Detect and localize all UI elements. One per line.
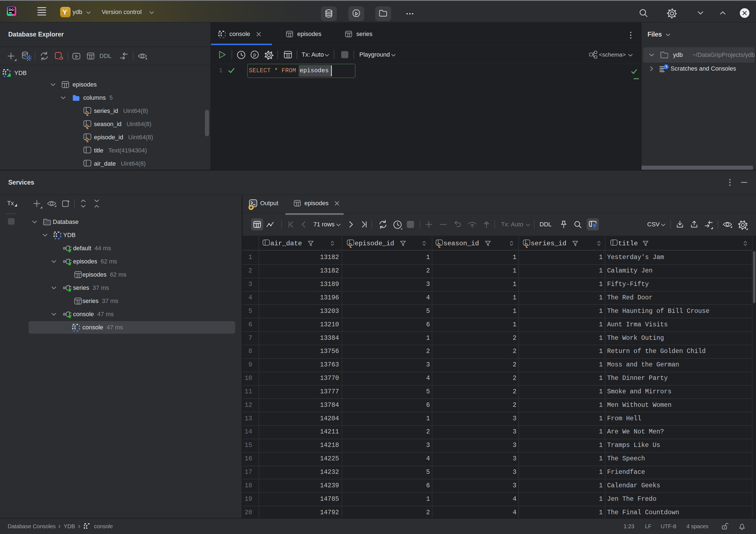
svg-text:p: p bbox=[253, 52, 256, 57]
